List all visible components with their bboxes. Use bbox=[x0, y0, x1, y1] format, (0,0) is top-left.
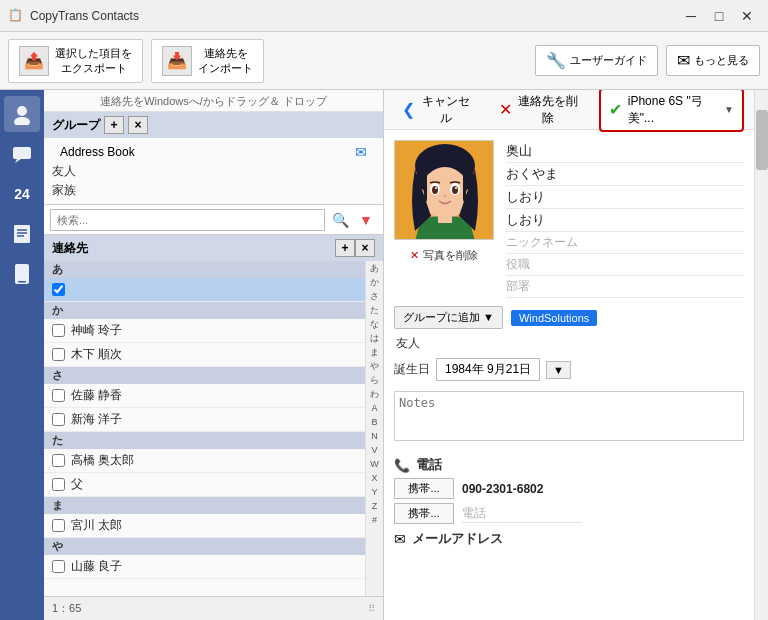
resize-handle[interactable]: ⠿ bbox=[368, 603, 375, 614]
alpha-item[interactable]: B bbox=[366, 415, 383, 429]
alpha-item[interactable]: ら bbox=[366, 373, 383, 387]
birthday-label: 誕生日 bbox=[394, 361, 430, 378]
alpha-item[interactable]: さ bbox=[366, 289, 383, 303]
remove-group-button[interactable]: × bbox=[128, 116, 148, 134]
phone-icon: 📞 bbox=[394, 458, 410, 473]
svg-rect-2 bbox=[13, 147, 31, 159]
alpha-item[interactable]: V bbox=[366, 443, 383, 457]
filter-icon[interactable]: ▼ bbox=[355, 209, 377, 231]
sidebar-notes-icon[interactable] bbox=[4, 216, 40, 252]
contact-row[interactable]: 山藤 良子 bbox=[44, 555, 365, 579]
alpha-item[interactable]: わ bbox=[366, 387, 383, 401]
contact-name: 高橋 奥太郎 bbox=[71, 452, 134, 469]
search-input[interactable] bbox=[50, 209, 325, 231]
alpha-item[interactable]: W bbox=[366, 457, 383, 471]
contact-checkbox[interactable] bbox=[52, 389, 65, 402]
alpha-item[interactable]: か bbox=[366, 275, 383, 289]
phone-section-label: 📞 電話 bbox=[394, 456, 744, 474]
phone-row-1: 携帯... 090-2301-6802 bbox=[394, 478, 744, 499]
nickname-field[interactable]: ニックネーム bbox=[506, 232, 744, 254]
contact-checkbox[interactable] bbox=[52, 560, 65, 573]
maximize-button[interactable]: □ bbox=[706, 5, 732, 27]
contact-row[interactable]: 佐藤 静香 bbox=[44, 384, 365, 408]
address-book-row: Address Book ✉ bbox=[52, 142, 375, 162]
alpha-item[interactable]: A bbox=[366, 401, 383, 415]
contact-checkbox[interactable] bbox=[52, 519, 65, 532]
export-icon: 📤 bbox=[19, 46, 49, 76]
contact-row[interactable]: 高橋 奥太郎 bbox=[44, 449, 365, 473]
export-button[interactable]: 📤 選択した項目を エクスポート bbox=[8, 39, 143, 83]
birthday-picker-button[interactable]: ▼ bbox=[546, 361, 571, 379]
phone-value-1[interactable]: 090-2301-6802 bbox=[462, 482, 543, 496]
sidebar-contacts-icon[interactable] bbox=[4, 96, 40, 132]
alpha-item[interactable]: は bbox=[366, 331, 383, 345]
detail-fields: 奥山 おくやま しおり しおり ニックネーム 役職 部署 bbox=[506, 140, 744, 298]
alpha-item[interactable]: N bbox=[366, 429, 383, 443]
group-item-friends[interactable]: 友人 bbox=[52, 162, 375, 181]
contact-row[interactable]: 新海 洋子 bbox=[44, 408, 365, 432]
phone-type-1[interactable]: 携帯... bbox=[394, 478, 454, 499]
sidebar-messages-icon[interactable] bbox=[4, 136, 40, 172]
alpha-item[interactable]: や bbox=[366, 359, 383, 373]
last-name-reading-field[interactable]: おくやま bbox=[506, 163, 744, 186]
last-name-field[interactable]: 奥山 bbox=[506, 140, 744, 163]
department-field[interactable]: 部署 bbox=[506, 276, 744, 298]
contact-checkbox[interactable] bbox=[52, 283, 65, 296]
alpha-item[interactable]: Y bbox=[366, 485, 383, 499]
alpha-item[interactable]: あ bbox=[366, 261, 383, 275]
notes-field[interactable] bbox=[394, 391, 744, 441]
alpha-item[interactable]: ま bbox=[366, 345, 383, 359]
contact-row[interactable] bbox=[44, 278, 365, 302]
group-item-family[interactable]: 家族 bbox=[52, 181, 375, 200]
job-title-field[interactable]: 役職 bbox=[506, 254, 744, 276]
birthday-value[interactable]: 1984年 9月21日 bbox=[436, 358, 540, 381]
add-contact-button[interactable]: + bbox=[335, 239, 355, 257]
search-icon[interactable]: 🔍 bbox=[329, 209, 351, 231]
svg-point-19 bbox=[435, 187, 437, 189]
device-selector[interactable]: ✔ iPhone 6S "弓美"... ▼ bbox=[599, 90, 744, 132]
status-text: 1：65 bbox=[52, 601, 81, 616]
delete-contact-button[interactable]: ✕ 連絡先を削除 bbox=[491, 90, 589, 131]
alpha-item[interactable]: # bbox=[366, 513, 383, 527]
first-name-field[interactable]: しおり bbox=[506, 186, 744, 209]
contact-checkbox[interactable] bbox=[52, 324, 65, 337]
email-icon: ✉ bbox=[394, 531, 406, 547]
add-group-button[interactable]: + bbox=[104, 116, 124, 134]
chevron-icon: ▼ bbox=[483, 311, 494, 323]
contact-row[interactable]: 木下 順次 bbox=[44, 343, 365, 367]
import-button[interactable]: 📥 連絡先を インポート bbox=[151, 39, 264, 83]
minimize-button[interactable]: ─ bbox=[678, 5, 704, 27]
chevron-down-icon: ▼ bbox=[724, 104, 734, 115]
contact-checkbox[interactable] bbox=[52, 478, 65, 491]
more-button[interactable]: ✉ もっと見る bbox=[666, 45, 760, 76]
tools-icon: 🔧 bbox=[546, 51, 566, 70]
friend-label: 友人 bbox=[396, 335, 420, 352]
alpha-item[interactable]: X bbox=[366, 471, 383, 485]
contacts-section: 連絡先 + × あ か bbox=[44, 235, 383, 596]
alpha-item[interactable]: た bbox=[366, 303, 383, 317]
contact-checkbox[interactable] bbox=[52, 348, 65, 361]
remove-contact-button[interactable]: × bbox=[355, 239, 375, 257]
left-panel: 連絡先をWindowsへ/からドラッグ＆ ドロップ グループ + × Addre… bbox=[44, 90, 384, 620]
contact-checkbox[interactable] bbox=[52, 454, 65, 467]
close-button[interactable]: ✕ bbox=[734, 5, 760, 27]
user-guide-button[interactable]: 🔧 ユーザーガイド bbox=[535, 45, 658, 76]
alpha-item[interactable]: Z bbox=[366, 499, 383, 513]
phone-value-2[interactable]: 電話 bbox=[462, 505, 582, 523]
contact-row[interactable]: 神崎 玲子 bbox=[44, 319, 365, 343]
cancel-button[interactable]: ❮ キャンセル bbox=[394, 90, 481, 131]
contact-checkbox[interactable] bbox=[52, 413, 65, 426]
right-scroll[interactable] bbox=[754, 90, 768, 620]
group-add-button[interactable]: グループに追加 ▼ bbox=[394, 306, 503, 329]
sidebar-calendar-icon[interactable]: 24 bbox=[4, 176, 40, 212]
first-name-reading-field[interactable]: しおり bbox=[506, 209, 744, 232]
contact-row[interactable]: 父 bbox=[44, 473, 365, 497]
groups-label: グループ bbox=[52, 117, 100, 134]
svg-rect-4 bbox=[14, 225, 30, 243]
sidebar-phone-icon[interactable] bbox=[4, 256, 40, 292]
phone-type-2[interactable]: 携帯... bbox=[394, 503, 454, 524]
contact-row[interactable]: 宮川 太郎 bbox=[44, 514, 365, 538]
alpha-item[interactable]: な bbox=[366, 317, 383, 331]
photo-delete-button[interactable]: ✕ 写真を削除 bbox=[410, 248, 478, 263]
contact-name: 山藤 良子 bbox=[71, 558, 122, 575]
